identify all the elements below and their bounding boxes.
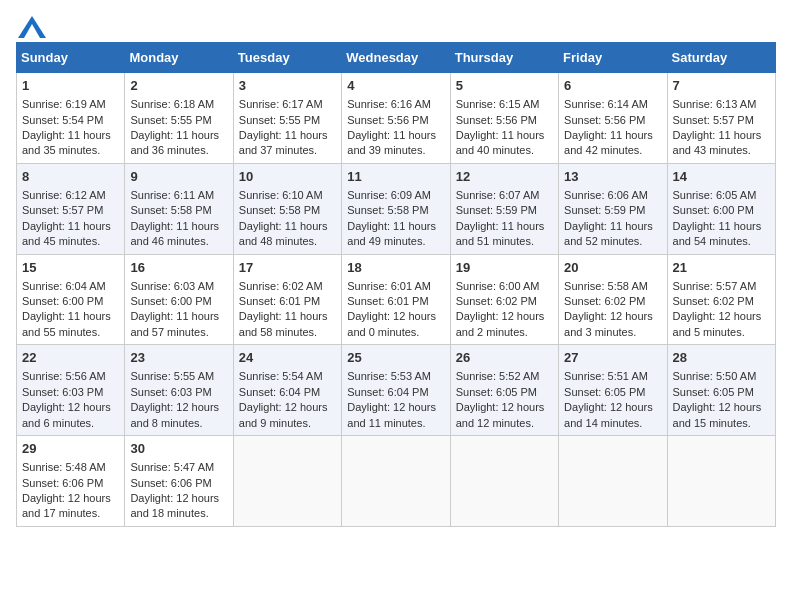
sunset-label: Sunset: 5:55 PM — [130, 114, 211, 126]
sunset-label: Sunset: 6:03 PM — [22, 386, 103, 398]
daylight-label: Daylight: 12 hours and 5 minutes. — [673, 310, 762, 337]
calendar-cell: 24 Sunrise: 5:54 AM Sunset: 6:04 PM Dayl… — [233, 345, 341, 436]
sunrise-label: Sunrise: 6:03 AM — [130, 280, 214, 292]
daylight-label: Daylight: 11 hours and 45 minutes. — [22, 220, 111, 247]
sunrise-label: Sunrise: 6:11 AM — [130, 189, 214, 201]
daylight-label: Daylight: 11 hours and 42 minutes. — [564, 129, 653, 156]
sunrise-label: Sunrise: 6:09 AM — [347, 189, 431, 201]
sunrise-label: Sunrise: 6:01 AM — [347, 280, 431, 292]
daylight-label: Daylight: 11 hours and 49 minutes. — [347, 220, 436, 247]
calendar-cell: 20 Sunrise: 5:58 AM Sunset: 6:02 PM Dayl… — [559, 254, 667, 345]
sunrise-label: Sunrise: 6:19 AM — [22, 98, 106, 110]
logo — [16, 16, 46, 34]
calendar-cell: 3 Sunrise: 6:17 AM Sunset: 5:55 PM Dayli… — [233, 73, 341, 164]
sunset-label: Sunset: 5:58 PM — [130, 204, 211, 216]
calendar-cell: 2 Sunrise: 6:18 AM Sunset: 5:55 PM Dayli… — [125, 73, 233, 164]
calendar-cell: 6 Sunrise: 6:14 AM Sunset: 5:56 PM Dayli… — [559, 73, 667, 164]
daylight-label: Daylight: 11 hours and 46 minutes. — [130, 220, 219, 247]
day-header-monday: Monday — [125, 43, 233, 73]
day-number: 23 — [130, 349, 227, 367]
calendar-cell: 10 Sunrise: 6:10 AM Sunset: 5:58 PM Dayl… — [233, 163, 341, 254]
day-header-saturday: Saturday — [667, 43, 775, 73]
sunrise-label: Sunrise: 6:07 AM — [456, 189, 540, 201]
sunset-label: Sunset: 5:59 PM — [564, 204, 645, 216]
day-number: 24 — [239, 349, 336, 367]
daylight-label: Daylight: 11 hours and 55 minutes. — [22, 310, 111, 337]
calendar-cell: 30 Sunrise: 5:47 AM Sunset: 6:06 PM Dayl… — [125, 436, 233, 527]
day-number: 30 — [130, 440, 227, 458]
day-number: 9 — [130, 168, 227, 186]
sunset-label: Sunset: 6:04 PM — [347, 386, 428, 398]
daylight-label: Daylight: 11 hours and 43 minutes. — [673, 129, 762, 156]
day-number: 16 — [130, 259, 227, 277]
sunrise-label: Sunrise: 6:16 AM — [347, 98, 431, 110]
sunset-label: Sunset: 6:03 PM — [130, 386, 211, 398]
sunrise-label: Sunrise: 6:02 AM — [239, 280, 323, 292]
daylight-label: Daylight: 12 hours and 0 minutes. — [347, 310, 436, 337]
sunrise-label: Sunrise: 6:00 AM — [456, 280, 540, 292]
sunset-label: Sunset: 6:00 PM — [130, 295, 211, 307]
calendar-cell — [559, 436, 667, 527]
calendar-cell: 12 Sunrise: 6:07 AM Sunset: 5:59 PM Dayl… — [450, 163, 558, 254]
sunrise-label: Sunrise: 6:14 AM — [564, 98, 648, 110]
calendar-cell: 5 Sunrise: 6:15 AM Sunset: 5:56 PM Dayli… — [450, 73, 558, 164]
sunset-label: Sunset: 6:05 PM — [564, 386, 645, 398]
calendar-cell — [233, 436, 341, 527]
daylight-label: Daylight: 11 hours and 39 minutes. — [347, 129, 436, 156]
day-number: 12 — [456, 168, 553, 186]
sunrise-label: Sunrise: 6:17 AM — [239, 98, 323, 110]
day-header-tuesday: Tuesday — [233, 43, 341, 73]
day-header-wednesday: Wednesday — [342, 43, 450, 73]
day-number: 21 — [673, 259, 770, 277]
sunrise-label: Sunrise: 6:15 AM — [456, 98, 540, 110]
daylight-label: Daylight: 11 hours and 48 minutes. — [239, 220, 328, 247]
sunset-label: Sunset: 6:01 PM — [347, 295, 428, 307]
calendar-cell: 17 Sunrise: 6:02 AM Sunset: 6:01 PM Dayl… — [233, 254, 341, 345]
sunrise-label: Sunrise: 5:53 AM — [347, 370, 431, 382]
daylight-label: Daylight: 11 hours and 58 minutes. — [239, 310, 328, 337]
daylight-label: Daylight: 12 hours and 17 minutes. — [22, 492, 111, 519]
calendar-cell: 9 Sunrise: 6:11 AM Sunset: 5:58 PM Dayli… — [125, 163, 233, 254]
calendar-cell: 1 Sunrise: 6:19 AM Sunset: 5:54 PM Dayli… — [17, 73, 125, 164]
page-header — [16, 16, 776, 34]
logo-icon — [18, 16, 46, 38]
daylight-label: Daylight: 12 hours and 8 minutes. — [130, 401, 219, 428]
day-number: 3 — [239, 77, 336, 95]
calendar-cell: 23 Sunrise: 5:55 AM Sunset: 6:03 PM Dayl… — [125, 345, 233, 436]
day-number: 27 — [564, 349, 661, 367]
sunrise-label: Sunrise: 5:50 AM — [673, 370, 757, 382]
sunset-label: Sunset: 6:01 PM — [239, 295, 320, 307]
sunset-label: Sunset: 5:54 PM — [22, 114, 103, 126]
day-number: 22 — [22, 349, 119, 367]
daylight-label: Daylight: 11 hours and 51 minutes. — [456, 220, 545, 247]
calendar-cell: 18 Sunrise: 6:01 AM Sunset: 6:01 PM Dayl… — [342, 254, 450, 345]
day-header-thursday: Thursday — [450, 43, 558, 73]
sunset-label: Sunset: 5:56 PM — [347, 114, 428, 126]
sunset-label: Sunset: 6:05 PM — [456, 386, 537, 398]
day-number: 28 — [673, 349, 770, 367]
day-number: 8 — [22, 168, 119, 186]
calendar-cell: 27 Sunrise: 5:51 AM Sunset: 6:05 PM Dayl… — [559, 345, 667, 436]
calendar-cell: 16 Sunrise: 6:03 AM Sunset: 6:00 PM Dayl… — [125, 254, 233, 345]
calendar-table: SundayMondayTuesdayWednesdayThursdayFrid… — [16, 42, 776, 527]
day-number: 6 — [564, 77, 661, 95]
day-number: 5 — [456, 77, 553, 95]
day-number: 29 — [22, 440, 119, 458]
sunset-label: Sunset: 6:00 PM — [22, 295, 103, 307]
sunrise-label: Sunrise: 5:51 AM — [564, 370, 648, 382]
day-number: 2 — [130, 77, 227, 95]
calendar-cell: 8 Sunrise: 6:12 AM Sunset: 5:57 PM Dayli… — [17, 163, 125, 254]
day-number: 19 — [456, 259, 553, 277]
day-number: 10 — [239, 168, 336, 186]
sunset-label: Sunset: 6:02 PM — [456, 295, 537, 307]
sunrise-label: Sunrise: 6:10 AM — [239, 189, 323, 201]
day-number: 4 — [347, 77, 444, 95]
daylight-label: Daylight: 12 hours and 15 minutes. — [673, 401, 762, 428]
sunrise-label: Sunrise: 5:48 AM — [22, 461, 106, 473]
daylight-label: Daylight: 12 hours and 12 minutes. — [456, 401, 545, 428]
daylight-label: Daylight: 11 hours and 52 minutes. — [564, 220, 653, 247]
sunrise-label: Sunrise: 6:18 AM — [130, 98, 214, 110]
calendar-cell: 26 Sunrise: 5:52 AM Sunset: 6:05 PM Dayl… — [450, 345, 558, 436]
sunset-label: Sunset: 5:59 PM — [456, 204, 537, 216]
daylight-label: Daylight: 12 hours and 11 minutes. — [347, 401, 436, 428]
